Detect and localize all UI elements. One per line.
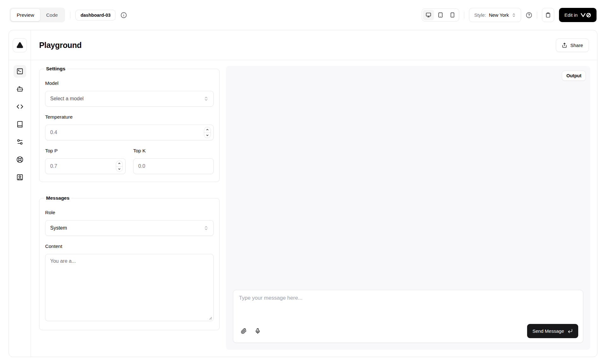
settings-fieldset: Settings Model Select a model Temperatur… xyxy=(39,66,220,182)
sidebar-logo-cell xyxy=(9,30,31,60)
life-buoy-icon xyxy=(16,156,23,163)
style-select-box: Style: New York xyxy=(469,8,521,22)
output-panel: Output xyxy=(226,66,590,350)
divider xyxy=(537,12,537,19)
page-title: Playground xyxy=(39,41,82,50)
edit-in-v0-label: Edit in xyxy=(564,12,578,18)
help-circle-icon xyxy=(526,12,532,18)
temperature-label: Temperature xyxy=(45,114,214,120)
top-k-label: Top K xyxy=(133,148,214,154)
square-user-icon xyxy=(16,174,23,181)
style-select-value: New York xyxy=(489,12,509,18)
chevron-up-icon[interactable] xyxy=(204,127,211,132)
device-tablet-toggle[interactable] xyxy=(435,10,446,20)
corner-down-left-icon xyxy=(567,328,573,334)
tablet-icon xyxy=(438,12,443,18)
top-k-field: Top K xyxy=(133,148,214,174)
playground-body: Settings Model Select a model Temperatur… xyxy=(31,60,597,357)
chevrons-up-down-icon xyxy=(204,226,209,231)
settings-sliders-icon xyxy=(16,138,23,145)
model-label: Model xyxy=(45,80,214,86)
bot-icon xyxy=(16,85,23,92)
attach-file-button[interactable] xyxy=(238,326,249,337)
messages-legend: Messages xyxy=(44,195,71,201)
monitor-icon xyxy=(426,12,431,18)
clipboard-icon xyxy=(545,12,551,18)
style-select[interactable]: Style: New York xyxy=(469,8,521,22)
sidebar-item-documentation[interactable] xyxy=(14,118,26,131)
share-button-label: Share xyxy=(570,43,583,48)
top-k-input[interactable] xyxy=(133,158,214,174)
temperature-input[interactable] xyxy=(45,125,214,140)
project-badge: dashboard-03 xyxy=(75,10,116,21)
role-select[interactable]: System xyxy=(45,220,214,236)
book-icon xyxy=(16,121,23,128)
content-field: Content xyxy=(45,244,214,322)
info-icon xyxy=(121,12,127,18)
messages-fieldset: Messages Role System Content xyxy=(39,195,220,330)
content-textarea[interactable] xyxy=(45,254,214,321)
sidebar-item-api[interactable] xyxy=(14,100,26,113)
chevron-up-icon[interactable] xyxy=(116,161,122,166)
role-field: Role System xyxy=(45,210,214,236)
tab-code[interactable]: Code xyxy=(40,9,64,21)
sidebar-item-account[interactable] xyxy=(14,171,26,184)
sidebar-item-settings[interactable] xyxy=(14,136,26,148)
triangle-logo-icon xyxy=(16,42,23,49)
settings-legend: Settings xyxy=(44,66,67,72)
role-select-value: System xyxy=(50,225,67,231)
chevron-down-icon[interactable] xyxy=(204,132,211,138)
sidebar-item-models[interactable] xyxy=(14,83,26,95)
tab-preview[interactable]: Preview xyxy=(11,9,40,21)
device-desktop-toggle[interactable] xyxy=(423,10,434,20)
use-microphone-button[interactable] xyxy=(252,326,263,337)
chevrons-up-down-icon xyxy=(512,13,516,17)
composer-toolbar: Send Message xyxy=(238,324,578,338)
sidebar-nav xyxy=(9,60,31,195)
message-composer: Send Message xyxy=(233,290,583,343)
app-logo-button[interactable] xyxy=(13,38,27,52)
toolbar-right-group: Style: New York Edit in xyxy=(422,8,597,22)
message-input[interactable] xyxy=(238,294,578,324)
device-phone-toggle[interactable] xyxy=(447,10,458,20)
top-p-input[interactable] xyxy=(45,158,126,174)
v0-logo-icon xyxy=(580,13,591,18)
device-toggle-group xyxy=(422,9,459,21)
top-toolbar: Preview Code dashboard-03 xyxy=(0,0,606,30)
settings-column: Settings Model Select a model Temperatur… xyxy=(39,66,220,350)
share-button[interactable]: Share xyxy=(556,38,589,52)
code-icon xyxy=(16,103,23,110)
view-mode-tabs: Preview Code xyxy=(9,8,65,22)
mic-icon xyxy=(255,328,261,334)
send-message-label: Send Message xyxy=(532,328,564,334)
temperature-stepper[interactable] xyxy=(204,127,211,138)
edit-in-v0-button[interactable]: Edit in xyxy=(559,8,597,22)
top-p-label: Top P xyxy=(45,148,126,154)
divider xyxy=(464,12,464,19)
output-badge: Output xyxy=(562,71,586,81)
send-message-button[interactable]: Send Message xyxy=(527,324,578,338)
help-button[interactable] xyxy=(526,12,532,18)
square-terminal-icon xyxy=(16,68,23,75)
paperclip-icon xyxy=(241,328,247,334)
role-label: Role xyxy=(45,210,214,215)
info-button[interactable] xyxy=(121,12,127,18)
top-p-k-row: Top P Top K xyxy=(45,148,214,174)
main-content: Playground Share Settings Model Select a… xyxy=(31,30,597,357)
share-icon xyxy=(562,43,567,48)
sidebar-item-help[interactable] xyxy=(14,153,26,166)
smartphone-icon xyxy=(450,12,455,18)
model-select[interactable]: Select a model xyxy=(45,91,214,107)
chevrons-up-down-icon xyxy=(204,96,209,101)
divider xyxy=(70,12,70,19)
top-p-field: Top P xyxy=(45,148,126,174)
page-header: Playground Share xyxy=(31,30,597,60)
copy-code-button[interactable] xyxy=(542,8,554,22)
sidebar-item-playground[interactable] xyxy=(14,65,26,78)
preview-frame: Playground Share Settings Model Select a… xyxy=(9,30,597,357)
chevron-down-icon[interactable] xyxy=(116,166,122,172)
top-p-stepper[interactable] xyxy=(116,161,123,172)
model-field: Model Select a model xyxy=(45,80,214,107)
sidebar-bottom-group xyxy=(14,153,26,190)
style-select-label: Style: xyxy=(474,12,486,18)
